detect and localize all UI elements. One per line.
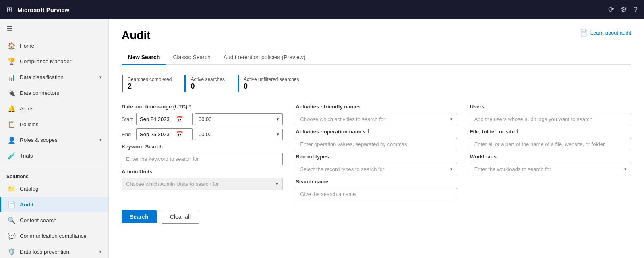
info-icon: ℹ <box>516 129 518 135</box>
chevron-down-icon: ▾ <box>450 166 453 172</box>
audit-icon: 📄 <box>8 201 16 208</box>
help-icon[interactable]: ? <box>634 6 638 14</box>
sidebar-item-audit[interactable]: 📄 Audit <box>0 197 108 212</box>
search-name-label: Search name <box>296 179 457 185</box>
sidebar-item-label: Catalog <box>20 186 39 192</box>
search-name-input[interactable] <box>296 188 457 200</box>
end-date-input[interactable] <box>140 131 176 137</box>
users-label: Users <box>470 104 631 110</box>
start-time-select[interactable]: 00:00 ▾ <box>195 113 283 125</box>
activities-operation-input[interactable] <box>296 138 457 150</box>
stat-label: Active searches <box>191 77 225 82</box>
hamburger-button[interactable]: ☰ <box>0 19 108 38</box>
file-folder-label: File, folder, or site ℹ <box>470 129 631 135</box>
communication-icon: 💬 <box>8 232 16 240</box>
sidebar-item-data-connectors[interactable]: 🔌 Data connectors <box>0 85 108 101</box>
action-buttons: Search Clear all <box>122 210 631 224</box>
sidebar-item-data-loss-prevention[interactable]: 🛡️ Data loss prevention ▾ <box>0 244 108 258</box>
grid-icon[interactable]: ⊞ <box>6 5 12 14</box>
activities-friendly-select[interactable]: Choose which activities to search for ▾ <box>296 113 457 125</box>
workloads-label: Workloads <box>470 154 631 160</box>
sidebar-item-label: Data classification <box>20 74 64 80</box>
keyword-search-label: Keyword Search <box>122 144 283 150</box>
stat-value: 0 <box>244 82 299 91</box>
alerts-icon: 🔔 <box>8 105 16 112</box>
start-date-row: Start 📅 00:00 ▾ <box>122 113 283 125</box>
calendar-icon[interactable]: 📅 <box>176 116 183 122</box>
chevron-down-icon: ▾ <box>624 166 627 172</box>
start-date-wrapper[interactable]: 📅 <box>136 113 193 125</box>
record-types-placeholder: Select the record types to search for <box>300 166 384 172</box>
sidebar-item-label: Home <box>20 43 34 49</box>
search-form: Date and time range (UTC) * Start 📅 00:0… <box>122 104 631 200</box>
chevron-down-icon: ▾ <box>277 117 279 122</box>
date-range-label: Date and time range (UTC) * <box>122 104 283 110</box>
end-date-row: End 📅 00:00 ▾ <box>122 128 283 140</box>
end-time-select[interactable]: 00:00 ▾ <box>195 129 283 140</box>
solutions-label: Solutions <box>0 171 108 181</box>
activities-operation-label: Activities - operation names ℹ <box>296 129 457 135</box>
workloads-select[interactable]: Enter the workloads to search for ▾ <box>470 163 631 175</box>
search-button[interactable]: Search <box>122 210 157 223</box>
record-types-label: Record types <box>296 154 457 160</box>
topbar-left: ⊞ Microsoft Purview <box>6 5 608 14</box>
sidebar-item-roles-scopes[interactable]: 👤 Roles & scopes ▾ <box>0 132 108 148</box>
file-folder-input[interactable] <box>470 138 631 150</box>
sidebar-item-catalog[interactable]: 📁 Catalog <box>0 181 108 197</box>
chevron-down-icon: ▾ <box>99 137 102 143</box>
sidebar-item-label: Policies <box>20 121 39 127</box>
tab-classic-search[interactable]: Classic Search <box>166 50 217 65</box>
stats-bar: Searches completed 2 Active searches 0 A… <box>122 75 631 92</box>
classification-icon: 📊 <box>8 73 16 81</box>
sidebar-item-alerts[interactable]: 🔔 Alerts <box>0 101 108 117</box>
sidebar-item-policies[interactable]: 📋 Policies <box>0 117 108 132</box>
learn-about-audit-link[interactable]: 📄 Learn about audit <box>580 29 631 37</box>
catalog-icon: 📁 <box>8 185 16 193</box>
sidebar: ☰ 🏠 Home 🏆 Compliance Manager 📊 Data cla… <box>0 19 109 258</box>
sidebar-item-label: Alerts <box>20 106 34 112</box>
keyword-search-input[interactable] <box>122 153 283 165</box>
end-date-wrapper[interactable]: 📅 <box>136 128 193 140</box>
end-time-value: 00:00 <box>199 131 212 137</box>
topbar: ⊞ Microsoft Purview ⟳ ⚙ ? <box>0 0 644 19</box>
document-icon: 📄 <box>580 29 588 37</box>
sidebar-item-communication-compliance[interactable]: 💬 Communication compliance <box>0 228 108 244</box>
sidebar-item-data-classification[interactable]: 📊 Data classification ▾ <box>0 69 108 85</box>
stat-active-unfiltered: Active unfiltered searches 0 <box>238 75 312 92</box>
search-icon: 🔍 <box>8 216 16 224</box>
chevron-down-icon: ▾ <box>99 249 102 254</box>
sidebar-item-label: Audit <box>20 202 34 208</box>
content-area: Audit 📄 Learn about audit New Search Cla… <box>109 19 644 258</box>
sidebar-item-label: Compliance Manager <box>20 58 71 64</box>
sidebar-item-label: Content search <box>20 217 57 223</box>
admin-units-select[interactable]: Choose which Admin Units to search for ▾ <box>122 178 283 190</box>
settings-icon[interactable]: ⚙ <box>621 5 627 14</box>
connectors-icon: 🔌 <box>8 89 16 97</box>
stat-value: 2 <box>128 82 172 91</box>
tab-new-search[interactable]: New Search <box>122 50 166 65</box>
sidebar-item-compliance-manager[interactable]: 🏆 Compliance Manager <box>0 54 108 69</box>
tab-audit-retention[interactable]: Audit retention policies (Preview) <box>217 50 312 65</box>
page-title: Audit <box>122 29 151 42</box>
sidebar-item-trials[interactable]: 🧪 Trials <box>0 148 108 164</box>
sidebar-item-label: Trials <box>20 153 33 159</box>
sidebar-item-home[interactable]: 🏠 Home <box>0 38 108 54</box>
stat-label: Active unfiltered searches <box>244 77 299 82</box>
main-layout: ☰ 🏠 Home 🏆 Compliance Manager 📊 Data cla… <box>0 19 644 258</box>
calendar-icon[interactable]: 📅 <box>176 131 183 137</box>
policies-icon: 📋 <box>8 121 16 128</box>
start-label: Start <box>122 116 134 122</box>
stat-label: Searches completed <box>128 77 172 82</box>
record-types-select[interactable]: Select the record types to search for ▾ <box>296 163 457 175</box>
users-input[interactable] <box>470 113 631 125</box>
chevron-down-icon: ▾ <box>450 117 453 122</box>
sidebar-item-label: Data connectors <box>20 90 59 96</box>
sidebar-item-content-search[interactable]: 🔍 Content search <box>0 212 108 228</box>
users-section: Users File, folder, or site ℹ Workloads … <box>470 104 631 200</box>
roles-icon: 👤 <box>8 136 16 144</box>
share-icon[interactable]: ⟳ <box>608 5 614 14</box>
topbar-icons: ⟳ ⚙ ? <box>608 5 638 14</box>
start-date-input[interactable] <box>140 116 176 122</box>
stat-searches-completed: Searches completed 2 <box>122 75 184 92</box>
clear-all-button[interactable]: Clear all <box>162 210 199 224</box>
